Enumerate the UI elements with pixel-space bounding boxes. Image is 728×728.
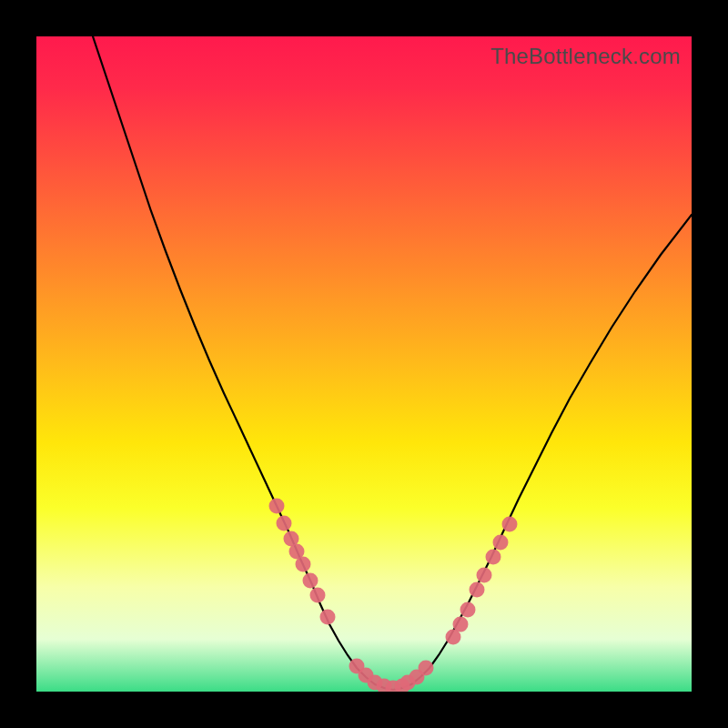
data-point bbox=[320, 610, 336, 625]
data-point bbox=[296, 557, 311, 572]
data-point bbox=[277, 516, 292, 531]
data-point bbox=[460, 602, 476, 618]
bottleneck-curve bbox=[93, 36, 692, 690]
data-point bbox=[269, 499, 285, 514]
data-point bbox=[453, 617, 469, 632]
data-point bbox=[486, 550, 501, 565]
plot-area: TheBottleneck.com bbox=[36, 36, 692, 692]
data-point bbox=[502, 517, 518, 532]
data-point bbox=[303, 573, 318, 589]
data-point bbox=[419, 661, 434, 676]
chart-frame: TheBottleneck.com bbox=[0, 0, 728, 728]
data-point bbox=[493, 535, 509, 551]
watermark-label: TheBottleneck.com bbox=[490, 44, 681, 69]
data-points bbox=[269, 499, 518, 693]
data-point bbox=[477, 568, 492, 583]
data-point bbox=[470, 582, 485, 598]
data-point bbox=[310, 588, 326, 603]
curve-layer bbox=[36, 36, 692, 692]
